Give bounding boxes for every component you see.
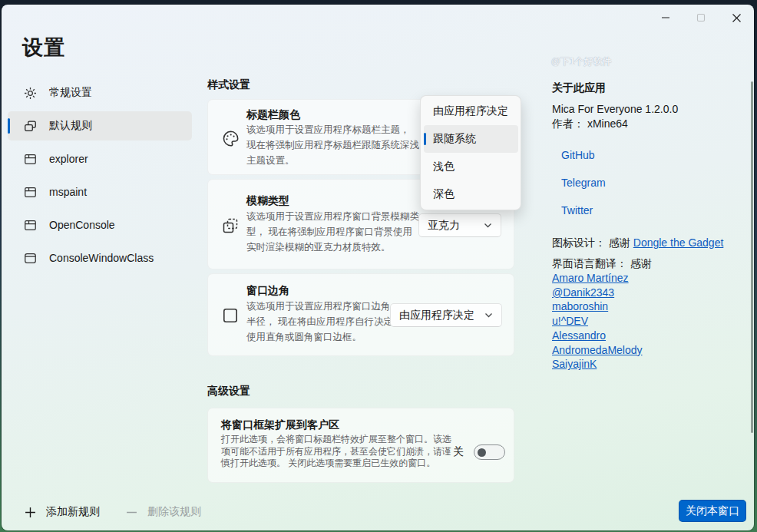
menu-item-label: 浅色 xyxy=(433,160,455,173)
twitter-link[interactable]: Twitter xyxy=(561,204,593,216)
translator-link[interactable]: SaiyajinK xyxy=(552,357,597,372)
sidebar-item-general-settings[interactable]: 常规设置 xyxy=(8,78,192,107)
menu-item-light[interactable]: 浅色 xyxy=(424,153,518,180)
translators-list: Amaro Martínez @Danik2343 maboroshin u!^… xyxy=(552,271,643,372)
translator-link[interactable]: Amaro Martínez xyxy=(552,271,629,286)
menu-item-app-decides[interactable]: 由应用程序决定 xyxy=(424,97,518,125)
watermark: @下1个好软件 xyxy=(551,55,611,68)
window-controls xyxy=(648,5,754,31)
menu-item-follow-system[interactable]: 跟随系统 xyxy=(424,125,518,153)
extend-frame-toggle-row: 关 xyxy=(453,444,505,460)
card-title: 标题栏颜色 xyxy=(246,108,300,122)
translation-heading: 界面语言翻译： 感谢 xyxy=(552,257,652,271)
layered-windows-icon xyxy=(23,119,38,134)
app-version: Mica For Everyone 1.2.0.0 xyxy=(552,103,678,115)
menu-item-label: 深色 xyxy=(433,187,455,201)
blur-layers-icon xyxy=(221,216,240,235)
github-link[interactable]: GitHub xyxy=(561,149,595,161)
close-button[interactable] xyxy=(719,5,754,31)
sidebar: 常规设置 默认规则 explorer xyxy=(8,78,192,276)
close-icon xyxy=(732,13,742,23)
scrollbar-thumb[interactable] xyxy=(751,81,753,433)
app-window-icon xyxy=(23,218,38,233)
add-rule-label: 添加新规则 xyxy=(46,505,100,519)
icon-credit-line: 图标设计： 感谢 Dongle the Gadget xyxy=(552,236,723,250)
sidebar-item-explorer[interactable]: explorer xyxy=(8,144,192,173)
gear-icon xyxy=(23,86,38,101)
sidebar-item-openconsole[interactable]: OpenConsole xyxy=(8,210,192,240)
plus-icon xyxy=(25,507,36,518)
sidebar-item-label: OpenConsole xyxy=(49,219,115,231)
rules-footer: 添加新规则 删除该规则 xyxy=(25,505,201,519)
window-corner-dropdown[interactable]: 由应用程序决定 xyxy=(390,303,502,327)
chevron-down-icon xyxy=(484,223,492,228)
toggle-state-label: 关 xyxy=(453,445,464,459)
app-window-icon xyxy=(23,185,38,200)
about-heading: 关于此应用 xyxy=(552,81,606,95)
sidebar-item-label: explorer xyxy=(49,153,88,165)
app-window-icon xyxy=(23,152,38,167)
square-corner-icon xyxy=(221,306,240,325)
card-title: 模糊类型 xyxy=(246,194,289,208)
app-window: 设置 常规设置 默认规则 xyxy=(2,5,754,530)
sidebar-item-label: mspaint xyxy=(49,186,87,198)
maximize-icon xyxy=(696,13,706,22)
card-description: 该选项用于设置应用程序窗口边角半径， 现在将由应用程序自行决定使用直角或圆角窗口… xyxy=(246,299,397,345)
menu-item-label: 跟随系统 xyxy=(433,132,476,146)
card-title: 将窗口框架扩展到客户区 xyxy=(221,418,339,432)
remove-rule-label: 删除该规则 xyxy=(147,505,201,519)
card-description: 该选项用于设置应用程序标题栏主题， 现在将强制应用程序标题栏跟随系统深浅主题设置… xyxy=(246,122,420,168)
card-description: 打开此选项，会将窗口标题栏特效扩展至整个窗口。该选项可能不适用于所有应用程序，甚… xyxy=(221,434,456,470)
blur-type-dropdown-value: 亚克力 xyxy=(428,219,460,233)
minimize-button[interactable] xyxy=(648,5,683,31)
telegram-link[interactable]: Telegram xyxy=(561,177,606,189)
sidebar-item-label: ConsoleWindowClass xyxy=(49,252,154,264)
add-rule-button[interactable]: 添加新规则 xyxy=(25,505,100,519)
window-corner-dropdown-value: 由应用程序决定 xyxy=(399,309,474,322)
window-icon xyxy=(23,251,38,266)
app-author: 作者： xMine64 xyxy=(552,117,628,131)
remove-rule-button[interactable]: 删除该规则 xyxy=(126,505,201,519)
icon-designer-link[interactable]: Dongle the Gadget xyxy=(633,236,724,249)
sidebar-item-default-rules[interactable]: 默认规则 xyxy=(8,111,192,140)
sidebar-item-consolewindowclass[interactable]: ConsoleWindowClass xyxy=(8,243,192,273)
blur-type-dropdown[interactable]: 亚克力 xyxy=(418,213,501,237)
menu-item-label: 由应用程序决定 xyxy=(433,104,508,118)
chevron-down-icon xyxy=(484,312,493,318)
minus-icon xyxy=(126,507,137,518)
card-title: 窗口边角 xyxy=(246,284,289,298)
extend-frame-card: 将窗口框架扩展到客户区 打开此选项，会将窗口标题栏特效扩展至整个窗口。该选项可能… xyxy=(207,408,514,483)
style-section-heading: 样式设置 xyxy=(207,78,250,92)
sidebar-item-label: 常规设置 xyxy=(49,86,92,100)
palette-icon xyxy=(221,129,240,148)
titlebar-color-menu: 由应用程序决定 跟随系统 浅色 深色 xyxy=(420,95,521,210)
translator-link[interactable]: maboroshin xyxy=(552,299,608,314)
advanced-section-heading: 高级设置 xyxy=(207,385,250,398)
translator-link[interactable]: @Danik2343 xyxy=(552,286,614,300)
card-description: 该选项用于设置应用程序窗口背景模糊类型， 现在将强制应用程序窗口背景使用实时渲染… xyxy=(246,209,420,255)
sidebar-item-mspaint[interactable]: mspaint xyxy=(8,177,192,207)
menu-item-dark[interactable]: 深色 xyxy=(424,180,518,208)
sidebar-item-label: 默认规则 xyxy=(49,119,92,133)
extend-frame-toggle[interactable] xyxy=(474,444,505,460)
window-corner-card: 窗口边角 该选项用于设置应用程序窗口边角半径， 现在将由应用程序自行决定使用直角… xyxy=(207,273,514,356)
close-window-button[interactable]: 关闭本窗口 xyxy=(679,500,746,522)
icon-credit-prefix: 图标设计： 感谢 xyxy=(552,236,633,249)
maximize-button[interactable] xyxy=(683,5,719,31)
toggle-knob xyxy=(478,448,486,457)
page-title: 设置 xyxy=(22,34,65,61)
translator-link[interactable]: u!^DEV xyxy=(552,314,588,329)
minimize-icon xyxy=(661,13,670,22)
translator-link[interactable]: Alessandro xyxy=(552,329,606,343)
translator-link[interactable]: AndromedaMelody xyxy=(552,343,643,358)
